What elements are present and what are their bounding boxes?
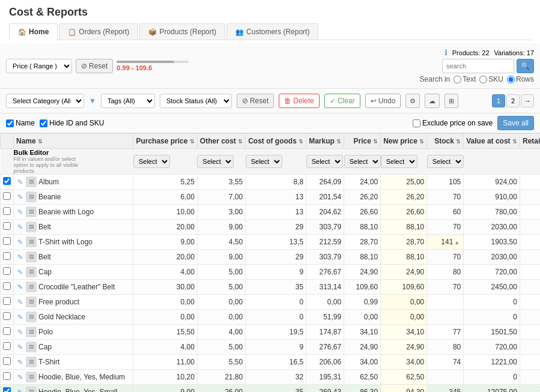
- delete-button[interactable]: 🗑 Delete: [279, 94, 320, 108]
- row-checkbox[interactable]: [3, 222, 11, 230]
- bulk-select-3[interactable]: Select: [246, 149, 306, 175]
- row-checkbox-cell[interactable]: [1, 265, 14, 280]
- row-new-price[interactable]: 88,10: [381, 220, 427, 235]
- th-new-price[interactable]: New price ⇅: [381, 134, 427, 149]
- edit-button[interactable]: ✎: [16, 268, 24, 276]
- row-new-price[interactable]: 25,00: [381, 175, 427, 190]
- save-all-button[interactable]: Save all: [497, 116, 534, 130]
- row-new-price[interactable]: 24,90: [381, 340, 427, 355]
- hide-id-sku-checkbox[interactable]: [40, 119, 47, 127]
- edit-button[interactable]: ✎: [16, 193, 24, 201]
- page-next-button[interactable]: →: [521, 94, 534, 107]
- row-checkbox[interactable]: [3, 357, 11, 365]
- th-name[interactable]: Name ⇅: [14, 134, 133, 149]
- row-checkbox[interactable]: [3, 192, 11, 200]
- row-checkbox[interactable]: [3, 177, 11, 185]
- row-checkbox[interactable]: [3, 207, 11, 215]
- row-checkbox[interactable]: [3, 267, 11, 275]
- undo-button[interactable]: ↩ Undo: [365, 94, 401, 108]
- row-new-price[interactable]: 0,00: [381, 310, 427, 325]
- th-other-cost[interactable]: Other cost ⇅: [197, 134, 245, 149]
- edit-button[interactable]: ✎: [16, 253, 24, 261]
- th-retail-value[interactable]: Retail value ⇅: [520, 134, 540, 149]
- row-checkbox-cell[interactable]: [1, 385, 14, 393]
- row-new-price[interactable]: 28,70: [381, 235, 427, 250]
- clear-button[interactable]: ✓ Clear: [324, 94, 360, 108]
- row-checkbox-cell[interactable]: [1, 190, 14, 205]
- page-1-button[interactable]: 1: [492, 94, 505, 107]
- row-checkbox[interactable]: [3, 327, 11, 335]
- row-new-price[interactable]: 62,50: [381, 370, 427, 385]
- edit-button[interactable]: ✎: [16, 283, 24, 291]
- reset2-button[interactable]: ⊘ Reset: [237, 94, 274, 108]
- row-checkbox[interactable]: [3, 282, 11, 290]
- row-new-price[interactable]: 0,00: [381, 295, 427, 310]
- tags-select[interactable]: Tags (All): [101, 94, 155, 108]
- row-new-price[interactable]: 34,10: [381, 325, 427, 340]
- edit-button[interactable]: ✎: [16, 358, 24, 366]
- reset-button[interactable]: ⊘ Reset: [76, 59, 113, 73]
- row-checkbox-cell[interactable]: [1, 325, 14, 340]
- row-checkbox[interactable]: [3, 297, 11, 305]
- row-checkbox-cell[interactable]: [1, 235, 14, 250]
- edit-button[interactable]: ✎: [16, 298, 24, 306]
- th-value-at-cost[interactable]: Value at cost ⇅: [464, 134, 520, 149]
- edit-button[interactable]: ✎: [16, 388, 24, 393]
- row-checkbox-cell[interactable]: [1, 310, 14, 325]
- row-checkbox[interactable]: [3, 372, 11, 380]
- edit-button[interactable]: ✎: [16, 328, 24, 336]
- row-new-price[interactable]: 26,20: [381, 190, 427, 205]
- name-checkbox[interactable]: [6, 119, 14, 127]
- row-checkbox-cell[interactable]: [1, 355, 14, 370]
- row-new-price[interactable]: 88,10: [381, 250, 427, 265]
- search-sku-option[interactable]: SKU: [479, 75, 503, 83]
- price-range-select[interactable]: Price ( Range ): [6, 59, 72, 73]
- row-checkbox-cell[interactable]: [1, 370, 14, 385]
- edit-button[interactable]: ✎: [16, 208, 24, 216]
- hide-id-sku-label[interactable]: Hide ID and SKU: [40, 119, 104, 127]
- category-select[interactable]: Select Category (All): [6, 94, 84, 108]
- bulk-select-4[interactable]: Select: [306, 149, 344, 175]
- th-markup[interactable]: Markup ⇅: [306, 134, 344, 149]
- exclude-price-label[interactable]: Exclude price on save: [413, 119, 493, 127]
- import-button[interactable]: ⊞: [444, 94, 458, 108]
- th-stock[interactable]: Stock ⇅: [427, 134, 464, 149]
- th-purchase-price[interactable]: Purchase price ⇅: [133, 134, 197, 149]
- row-checkbox-cell[interactable]: [1, 205, 14, 220]
- range-slider[interactable]: [117, 61, 189, 63]
- row-checkbox-cell[interactable]: [1, 295, 14, 310]
- bulk-select-7[interactable]: Select: [427, 149, 464, 175]
- row-new-price[interactable]: 24,90: [381, 265, 427, 280]
- row-checkbox-cell[interactable]: [1, 250, 14, 265]
- row-checkbox[interactable]: [3, 342, 11, 350]
- bulk-select-6[interactable]: Select: [381, 149, 427, 175]
- bulk-select-2[interactable]: Select: [197, 149, 245, 175]
- tab-products[interactable]: 📦 Products (Report): [139, 23, 225, 40]
- search-text-option[interactable]: Text: [454, 75, 476, 83]
- tab-customers[interactable]: 👥 Customers (Report): [226, 23, 318, 40]
- edit-button[interactable]: ✎: [16, 223, 24, 231]
- row-checkbox-cell[interactable]: [1, 220, 14, 235]
- row-checkbox[interactable]: [3, 387, 11, 392]
- tab-orders[interactable]: 📋 Orders (Report): [59, 23, 138, 40]
- stock-select[interactable]: Stock Status (All): [160, 94, 232, 108]
- edit-button[interactable]: ✎: [16, 178, 24, 186]
- search-button[interactable]: 🔍: [517, 59, 534, 73]
- page-2-button[interactable]: 2: [506, 94, 520, 107]
- row-new-price[interactable]: 26,60: [381, 205, 427, 220]
- exclude-price-checkbox[interactable]: [413, 119, 420, 127]
- stock-edit-btn[interactable]: ▲: [453, 240, 461, 246]
- edit-button[interactable]: ✎: [16, 343, 24, 351]
- row-checkbox[interactable]: [3, 312, 11, 320]
- row-checkbox-cell[interactable]: [1, 280, 14, 295]
- name-checkbox-label[interactable]: Name: [6, 119, 35, 127]
- edit-button[interactable]: ✎: [16, 313, 24, 321]
- row-new-price[interactable]: 109,60: [381, 280, 427, 295]
- row-new-price[interactable]: 34,00: [381, 355, 427, 370]
- bulk-select-1[interactable]: Select: [133, 149, 197, 175]
- search-rows-option[interactable]: Rows: [507, 75, 534, 83]
- edit-button[interactable]: ✎: [16, 373, 24, 381]
- row-checkbox-cell[interactable]: [1, 175, 14, 190]
- edit-button[interactable]: ✎: [16, 238, 24, 246]
- search-input[interactable]: [442, 59, 514, 73]
